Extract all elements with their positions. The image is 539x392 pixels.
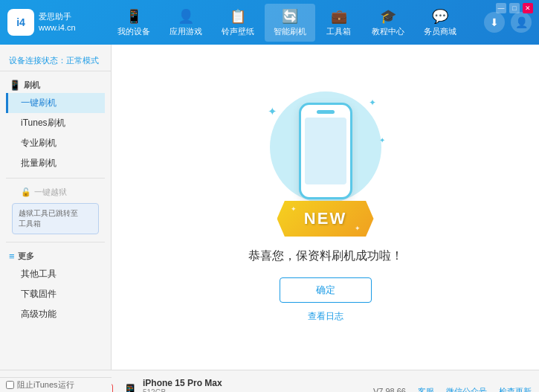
badge-star-left: ✦ bbox=[291, 205, 297, 213]
download-button[interactable]: ⬇ bbox=[484, 12, 505, 33]
nav-apps-games[interactable]: 👤 应用游戏 bbox=[161, 4, 211, 42]
sidebar-divider-2 bbox=[6, 242, 105, 242]
status-value: 正常模式 bbox=[66, 56, 99, 65]
flash-section-icon: 📱 bbox=[9, 80, 21, 91]
sidebar-jailbreak-section: 🔓 一键越狱 越狱工具已跳转至工具箱 bbox=[0, 181, 111, 239]
phone-notch bbox=[317, 110, 335, 114]
download-firmware-label: 下载固件 bbox=[21, 289, 57, 299]
sidebar-more-header[interactable]: ≡ 更多 bbox=[6, 248, 105, 264]
smart-flash-label: 智能刷机 bbox=[274, 26, 306, 37]
logo: i4 爱思助手 www.i4.cn bbox=[7, 9, 89, 36]
sidebar-item-batch-flash[interactable]: 批量刷机 bbox=[6, 153, 105, 173]
main-area: 设备连接状态：正常模式 📱 刷机 一键刷机 iTunes刷机 专业刷机 bbox=[0, 45, 539, 370]
sidebar-item-other-tools[interactable]: 其他工具 bbox=[6, 264, 105, 284]
more-section-icon: ≡ bbox=[9, 251, 15, 262]
maximize-button[interactable]: □ bbox=[509, 3, 520, 13]
sidebar-divider-1 bbox=[6, 178, 105, 179]
new-badge-text: NEW bbox=[304, 209, 346, 228]
ringtones-label: 铃声壁纸 bbox=[222, 26, 254, 37]
more-section-label: 更多 bbox=[18, 251, 34, 262]
header: i4 爱思助手 www.i4.cn 📱 我的设备 👤 应用游戏 📋 铃声壁纸 🔄 bbox=[0, 0, 539, 45]
stop-itunes-check[interactable] bbox=[6, 381, 14, 389]
stop-itunes-row[interactable]: 阻止iTunes运行 bbox=[6, 379, 74, 391]
apps-games-label: 应用游戏 bbox=[170, 26, 202, 37]
device-name: iPhone 15 Pro Max bbox=[143, 378, 222, 388]
stop-itunes-footer: 阻止iTunes运行 bbox=[0, 377, 112, 392]
nav-bar: 📱 我的设备 👤 应用游戏 📋 铃声壁纸 🔄 智能刷机 💼 工具箱 🎓 bbox=[89, 4, 484, 42]
itunes-flash-label: iTunes刷机 bbox=[21, 118, 65, 128]
close-button[interactable]: ✕ bbox=[523, 3, 533, 13]
sparkle-top-icon: ✦ bbox=[369, 97, 376, 108]
sidebar-flash-header[interactable]: 📱 刷机 bbox=[6, 77, 105, 93]
sidebar-item-download-firmware[interactable]: 下载固件 bbox=[6, 284, 105, 304]
version-label: V7.98.66 bbox=[373, 387, 406, 392]
ringtones-icon: 📋 bbox=[230, 8, 246, 25]
smart-flash-icon: 🔄 bbox=[282, 8, 298, 25]
tutorial-icon: 🎓 bbox=[380, 8, 396, 25]
window-controls: — □ ✕ bbox=[496, 3, 533, 13]
phone-body bbox=[299, 103, 352, 199]
user-button[interactable]: 👤 bbox=[511, 12, 532, 33]
success-message: 恭喜您，保资料刷机成功啦！ bbox=[248, 248, 403, 264]
apps-games-icon: 👤 bbox=[178, 8, 194, 25]
customer-service-link[interactable]: 客服 bbox=[418, 386, 434, 393]
device-storage: 512GB bbox=[143, 388, 222, 392]
sidebar-jailbreak-notice: 越狱工具已跳转至工具箱 bbox=[12, 203, 99, 234]
nav-smart-flash[interactable]: 🔄 智能刷机 bbox=[265, 4, 315, 42]
sparkle-left-icon: ✦ bbox=[268, 105, 277, 118]
jailbreak-label: 一键越狱 bbox=[34, 187, 67, 198]
header-right: ⬇ 👤 bbox=[484, 12, 532, 33]
confirm-button[interactable]: 确定 bbox=[280, 277, 372, 303]
business-label: 务员商城 bbox=[424, 26, 456, 37]
nav-tutorial[interactable]: 🎓 教程中心 bbox=[363, 4, 413, 42]
sidebar-item-advanced[interactable]: 高级功能 bbox=[6, 304, 105, 324]
nav-business[interactable]: 💬 务员商城 bbox=[415, 4, 465, 42]
success-illustration: ✦ ✦ ✦ NEW ✦ ✦ bbox=[259, 91, 393, 237]
new-badge: NEW ✦ ✦ bbox=[277, 201, 374, 237]
wechat-link[interactable]: 微信公众号 bbox=[446, 386, 487, 393]
sidebar: 设备连接状态：正常模式 📱 刷机 一键刷机 iTunes刷机 专业刷机 bbox=[0, 45, 112, 370]
content-area: ✦ ✦ ✦ NEW ✦ ✦ 恭喜您，保资料刷机成功啦！ 确定 查看日志 bbox=[112, 45, 539, 370]
sidebar-more-section: ≡ 更多 其他工具 下载固件 高级功能 bbox=[0, 245, 111, 326]
sidebar-item-one-key-flash[interactable]: 一键刷机 bbox=[6, 93, 105, 113]
logo-name: 爱思助手 bbox=[39, 11, 76, 22]
device-phone-icon: 📱 bbox=[122, 383, 138, 392]
log-link[interactable]: 查看日志 bbox=[308, 310, 343, 323]
sidebar-jailbreak-header: 🔓 一键越狱 bbox=[6, 184, 105, 200]
toolbox-icon: 💼 bbox=[331, 8, 347, 25]
sidebar-flash-section: 📱 刷机 一键刷机 iTunes刷机 专业刷机 批量刷机 bbox=[0, 74, 111, 175]
logo-icon: i4 bbox=[7, 9, 34, 36]
device-info: 📱 iPhone 15 Pro Max 512GB iPhone bbox=[122, 378, 222, 392]
pro-flash-label: 专业刷机 bbox=[21, 138, 57, 148]
logo-url: www.i4.cn bbox=[39, 22, 76, 33]
stop-itunes-footer-text: 阻止iTunes运行 bbox=[17, 379, 74, 391]
logo-abbr: i4 bbox=[16, 16, 25, 28]
nav-my-device[interactable]: 📱 我的设备 bbox=[109, 4, 159, 42]
tutorial-label: 教程中心 bbox=[372, 26, 404, 37]
batch-flash-label: 批量刷机 bbox=[21, 158, 57, 168]
sidebar-item-itunes-flash[interactable]: iTunes刷机 bbox=[6, 113, 105, 133]
nav-toolbox[interactable]: 💼 工具箱 bbox=[317, 4, 361, 42]
my-device-label: 我的设备 bbox=[117, 26, 150, 37]
phone-wrapper bbox=[299, 103, 352, 199]
sparkle-right-icon: ✦ bbox=[379, 136, 385, 144]
jailbreak-lock-icon: 🔓 bbox=[21, 187, 31, 197]
advanced-label: 高级功能 bbox=[21, 309, 57, 319]
jailbreak-notice-text: 越狱工具已跳转至工具箱 bbox=[19, 209, 78, 228]
logo-text: 爱思助手 www.i4.cn bbox=[39, 11, 76, 34]
status-label: 设备连接状态： bbox=[9, 56, 66, 65]
phone-screen bbox=[305, 118, 346, 184]
minimize-button[interactable]: — bbox=[496, 3, 506, 13]
one-key-flash-label: 一键刷机 bbox=[21, 97, 57, 108]
device-details: iPhone 15 Pro Max 512GB iPhone bbox=[143, 378, 222, 392]
toolbox-label: 工具箱 bbox=[326, 26, 351, 37]
business-icon: 💬 bbox=[432, 8, 448, 25]
sidebar-status: 设备连接状态：正常模式 bbox=[0, 51, 111, 71]
flash-section-label: 刷机 bbox=[24, 80, 40, 91]
other-tools-label: 其他工具 bbox=[21, 269, 57, 279]
badge-star-right: ✦ bbox=[355, 225, 361, 232]
my-device-icon: 📱 bbox=[126, 8, 142, 25]
nav-ringtones[interactable]: 📋 铃声壁纸 bbox=[213, 4, 263, 42]
sidebar-item-pro-flash[interactable]: 专业刷机 bbox=[6, 133, 105, 153]
check-update-link[interactable]: 检查更新 bbox=[499, 386, 532, 393]
